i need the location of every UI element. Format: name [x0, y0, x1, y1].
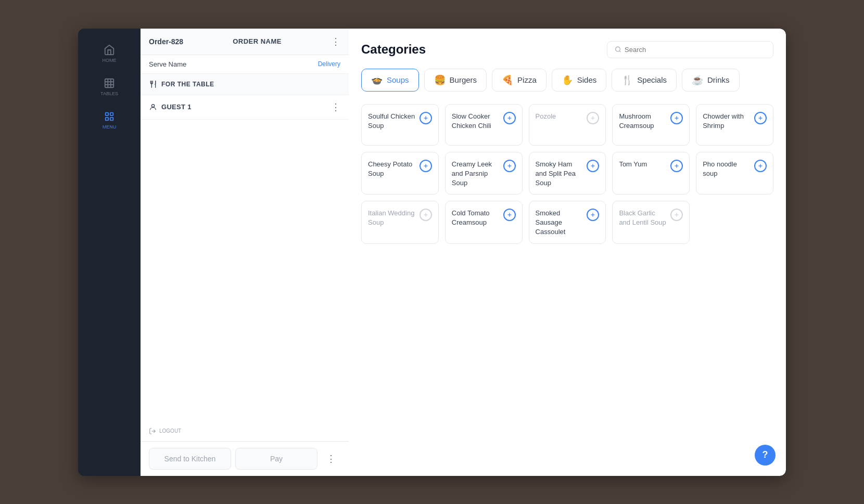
- add-item-button[interactable]: [670, 112, 683, 124]
- menu-item-card[interactable]: Italian Wedding Soup: [361, 201, 439, 244]
- menu-item-name: Italian Wedding Soup: [368, 209, 420, 227]
- order-footer: Send to Kitchen Pay ⋮: [141, 441, 349, 476]
- burgers-icon: 🍔: [434, 74, 446, 86]
- home-icon: [104, 44, 115, 56]
- menu-top-bar: Categories: [361, 41, 773, 58]
- add-item-button[interactable]: [587, 112, 599, 124]
- search-box[interactable]: [607, 41, 773, 58]
- order-panel: Order-828 ORDER NAME ⋮ Serve Name Delive…: [141, 29, 349, 476]
- menu-item-card[interactable]: Cheesy Potato Soup: [361, 152, 439, 195]
- soups-icon: 🍲: [371, 74, 383, 86]
- svg-rect-0: [105, 79, 114, 87]
- menu-item-name: Soulful Chicken Soup: [368, 112, 420, 131]
- tab-burgers-label: Burgers: [450, 75, 477, 84]
- guest-row: GUEST 1 ⋮: [141, 95, 349, 120]
- search-input[interactable]: [625, 46, 766, 54]
- add-item-button[interactable]: [420, 209, 432, 221]
- menu-item-card[interactable]: Tom Yum: [612, 152, 690, 195]
- order-options-button[interactable]: ⋮: [331, 36, 340, 47]
- menu-item-card[interactable]: Smoked Sausage Cassoulet: [529, 201, 606, 244]
- pay-button[interactable]: Pay: [235, 448, 317, 470]
- specials-icon: 🍴: [621, 74, 633, 86]
- add-item-button[interactable]: [503, 160, 516, 172]
- sidebar-item-tables[interactable]: TABLES: [78, 70, 141, 104]
- help-button[interactable]: ?: [755, 445, 776, 466]
- menu-item-name: Slow Cooker Chicken Chili: [452, 112, 503, 131]
- utensils-icon: [149, 80, 157, 88]
- menu-item-name: Tom Yum: [619, 160, 670, 169]
- svg-rect-6: [110, 112, 113, 115]
- categories-title: Categories: [361, 42, 426, 57]
- footer-options-button[interactable]: ⋮: [322, 449, 340, 468]
- tab-soups[interactable]: 🍲 Soups: [361, 69, 419, 92]
- svg-rect-7: [106, 117, 109, 120]
- order-id: Order-828: [149, 37, 183, 46]
- svg-line-14: [619, 51, 620, 52]
- menu-item-name: Smoky Ham and Split Pea Soup: [536, 160, 587, 188]
- menu-item-card[interactable]: Soulful Chicken Soup: [361, 104, 439, 146]
- for-table-row: FOR THE TABLE: [141, 74, 349, 95]
- menu-item-card[interactable]: Creamy Leek and Parsnip Soup: [445, 152, 523, 195]
- tab-specials[interactable]: 🍴 Specials: [612, 69, 677, 92]
- order-header: Order-828 ORDER NAME ⋮: [141, 29, 349, 55]
- svg-rect-8: [110, 117, 113, 120]
- menu-item-card[interactable]: Slow Cooker Chicken Chili: [445, 104, 523, 146]
- add-item-button[interactable]: [754, 112, 767, 124]
- menu-item-card[interactable]: Black Garlic and Lentil Soup: [612, 201, 690, 244]
- guest-icon: [149, 103, 157, 111]
- tab-specials-label: Specials: [637, 75, 667, 84]
- menu-item-name: Pho noodle soup: [703, 160, 754, 178]
- add-item-button[interactable]: [587, 160, 599, 172]
- add-item-button[interactable]: [587, 209, 599, 221]
- tab-burgers[interactable]: 🍔 Burgers: [424, 69, 487, 92]
- tab-drinks[interactable]: ☕ Drinks: [682, 69, 740, 92]
- tab-pizza[interactable]: 🍕 Pizza: [492, 69, 547, 92]
- svg-point-13: [616, 47, 620, 51]
- tab-drinks-label: Drinks: [707, 75, 730, 84]
- sidebar-item-menu[interactable]: MENU: [78, 104, 141, 137]
- add-item-button[interactable]: [420, 112, 432, 124]
- menu-item-name: Chowder with Shrimp: [703, 112, 754, 131]
- menu-item-card[interactable]: Chowder with Shrimp: [696, 104, 773, 146]
- category-tabs: 🍲 Soups 🍔 Burgers 🍕 Pizza ✋ Sides 🍴 Spec…: [361, 69, 773, 92]
- menu-item-name: Pozole: [536, 112, 587, 121]
- add-item-button[interactable]: [670, 209, 683, 221]
- guest-info: GUEST 1: [149, 103, 192, 111]
- menu-item-name: Cold Tomato Creamsoup: [452, 209, 503, 227]
- menu-item-name: Mushroom Creamsoup: [619, 112, 670, 131]
- menu-item-name: Creamy Leek and Parsnip Soup: [452, 160, 503, 188]
- guest-options-button[interactable]: ⋮: [331, 101, 340, 113]
- menu-item-card[interactable]: Smoky Ham and Split Pea Soup: [529, 152, 606, 195]
- menu-item-card[interactable]: Mushroom Creamsoup: [612, 104, 690, 146]
- send-to-kitchen-button[interactable]: Send to Kitchen: [149, 448, 231, 470]
- menu-item-name: Cheesy Potato Soup: [368, 160, 420, 178]
- sidebar: HOME TABLES MENU: [78, 29, 141, 476]
- tab-pizza-label: Pizza: [517, 75, 537, 84]
- tab-sides[interactable]: ✋ Sides: [552, 69, 607, 92]
- serve-name-label: Serve Name: [149, 60, 186, 68]
- add-item-button[interactable]: [754, 160, 767, 172]
- menu-item-card[interactable]: Pozole: [529, 104, 606, 146]
- add-item-button[interactable]: [503, 209, 516, 221]
- add-item-button[interactable]: [503, 112, 516, 124]
- for-table-label: FOR THE TABLE: [161, 81, 214, 88]
- serve-row: Serve Name Delivery: [141, 55, 349, 74]
- menu-item-name: Black Garlic and Lentil Soup: [619, 209, 670, 227]
- menu-icon: [104, 111, 115, 122]
- sidebar-item-home-label: HOME: [103, 58, 117, 63]
- sidebar-item-home[interactable]: HOME: [78, 37, 141, 70]
- logout-icon: [149, 428, 156, 435]
- sides-icon: ✋: [562, 74, 573, 86]
- order-name-label: ORDER NAME: [233, 37, 282, 45]
- tab-soups-label: Soups: [387, 75, 409, 84]
- logout-row[interactable]: LOGOUT: [141, 423, 349, 441]
- logout-label: LOGOUT: [159, 428, 181, 434]
- add-item-button[interactable]: [670, 160, 683, 172]
- add-item-button[interactable]: [420, 160, 432, 172]
- menu-item-name: Smoked Sausage Cassoulet: [536, 209, 587, 237]
- menu-item-card[interactable]: Cold Tomato Creamsoup: [445, 201, 523, 244]
- svg-rect-5: [106, 112, 109, 115]
- menu-item-card[interactable]: Pho noodle soup: [696, 152, 773, 195]
- tab-sides-label: Sides: [577, 75, 597, 84]
- drinks-icon: ☕: [692, 74, 703, 86]
